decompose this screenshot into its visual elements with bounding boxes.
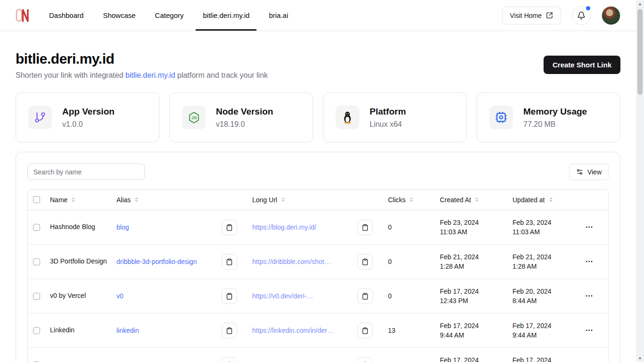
updated-at: Feb 17, 2024 9:44 AM (512, 355, 585, 362)
updated-at: Feb 21, 2024 1:28 AM (512, 252, 585, 272)
row-checkbox[interactable] (33, 224, 40, 231)
copy-url-button[interactable] (357, 254, 373, 270)
row-actions-button[interactable]: … (585, 255, 596, 268)
scrollbar-up-arrow[interactable]: ▲ (636, 0, 644, 8)
row-checkbox[interactable] (33, 327, 40, 334)
created-at: Feb 17, 2024 9:44 AM (440, 355, 512, 362)
external-link-icon (546, 12, 553, 19)
stat-title: Memory Usage (523, 107, 587, 117)
row-checkbox[interactable] (33, 258, 40, 265)
sort-chevrons-icon (281, 197, 286, 202)
row-actions-button[interactable]: … (585, 221, 596, 234)
alias-link[interactable]: v0 (116, 292, 124, 300)
nav-item-dashboard[interactable]: Dashboard (49, 0, 83, 31)
stat-card-node-version: JS Node Version v18.19.0 (169, 92, 313, 142)
visit-home-label: Visit Home (510, 12, 542, 19)
view-button-label: View (587, 168, 602, 176)
stat-value: v1.0.0 (62, 120, 115, 129)
copy-url-button[interactable] (357, 323, 373, 338)
clipboard-copy-icon (362, 258, 369, 265)
nav-item-category[interactable]: Category (155, 0, 184, 31)
link-name: Linkedin (50, 326, 116, 335)
stat-card-app-version: App Version v1.0.0 (16, 92, 159, 142)
clipboard-copy-icon (226, 224, 233, 231)
nodejs-icon: JS (182, 106, 206, 129)
clicks-count: 13 (388, 327, 440, 334)
subtitle-link[interactable]: bitlie.deri.my.id (125, 71, 175, 79)
created-at: Feb 21, 2024 1:28 AM (440, 252, 512, 272)
column-label: Name (50, 196, 67, 204)
top-nav: Dashboard Showcase Category bitlie.deri.… (0, 0, 636, 31)
link-name: Hashnode Blog (50, 222, 116, 232)
copy-url-button[interactable] (357, 288, 373, 304)
nav-item-bitlie[interactable]: bitlie.deri.my.id (203, 0, 249, 31)
stat-cards: App Version v1.0.0 JS Node Version v18.1… (16, 92, 620, 142)
long-url-link[interactable]: https://dribbble.com/shot… (252, 258, 331, 265)
row-actions-button[interactable]: … (585, 289, 596, 303)
table-row: v0 by Vercel v0 https://v0.dev/deri-… 0 … (28, 279, 608, 313)
long-url-link[interactable]: https://linkedin.com/in/der… (252, 327, 334, 334)
table-row: 3D Portfolio Design dribbble-3d-portfoli… (28, 245, 608, 279)
copy-alias-button[interactable] (222, 220, 237, 235)
linux-penguin-icon (336, 106, 359, 129)
sliders-icon (576, 168, 583, 175)
select-all-checkbox[interactable] (33, 196, 40, 203)
stat-value: v18.19.0 (216, 120, 273, 129)
column-header-alias[interactable]: Alias (116, 196, 222, 204)
column-label: Long Url (252, 196, 277, 204)
created-at: Feb 23, 2024 11:03 AM (440, 218, 512, 237)
table-toolbar: View (27, 164, 609, 180)
view-button[interactable]: View (569, 164, 609, 180)
search-input[interactable] (27, 164, 145, 180)
git-branch-icon (28, 106, 52, 129)
notification-dot (586, 6, 590, 10)
column-header-name[interactable]: Name (50, 196, 116, 204)
svg-text:JS: JS (191, 115, 197, 120)
clipboard-copy-icon (226, 258, 233, 265)
row-actions-button[interactable]: … (585, 324, 596, 337)
copy-alias-button[interactable] (222, 254, 237, 270)
links-table: Name Alias Long Url Clicks (27, 189, 609, 362)
column-header-updated-at[interactable]: Updated at (512, 196, 585, 204)
visit-home-button[interactable]: Visit Home (502, 7, 561, 25)
copy-url-button[interactable] (357, 357, 373, 362)
clicks-count: 0 (388, 292, 440, 300)
copy-alias-button[interactable] (222, 323, 237, 338)
stat-value: Linux x64 (370, 120, 406, 129)
stat-title: Node Version (216, 107, 273, 117)
updated-at: Feb 17, 2024 9:44 AM (512, 321, 585, 340)
nav-item-bria[interactable]: bria.ai (269, 0, 288, 31)
long-url-link[interactable]: https://blog.deri.my.id/ (252, 223, 316, 231)
scrollbar-thumb[interactable] (637, 9, 643, 95)
alias-link[interactable]: blog (116, 223, 129, 231)
column-label: Created At (440, 196, 471, 204)
stat-card-memory-usage: Memory Usage 77.20 MB (477, 92, 620, 142)
scrollbar-down-arrow[interactable]: ▼ (636, 354, 644, 362)
row-checkbox[interactable] (33, 293, 40, 300)
nav-item-showcase[interactable]: Showcase (103, 0, 135, 31)
column-header-clicks[interactable]: Clicks (388, 196, 440, 204)
copy-url-button[interactable] (357, 220, 373, 235)
table-row: Linkedin linkedin https://linkedin.com/i… (28, 313, 608, 348)
links-panel: View Name Alias Lon (16, 152, 620, 362)
brand-logo-icon[interactable] (16, 0, 30, 31)
column-header-created-at[interactable]: Created At (440, 196, 512, 204)
table-row: Hashnode Blog blog https://blog.deri.my.… (28, 210, 608, 245)
copy-alias-button[interactable] (222, 288, 237, 304)
vertical-scrollbar[interactable]: ▲ ▼ (636, 0, 644, 362)
link-name: v0 by Vercel (50, 291, 116, 301)
clipboard-copy-icon (226, 293, 233, 300)
alias-link[interactable]: linkedin (116, 327, 139, 334)
create-short-link-button[interactable]: Create Short Link (544, 56, 620, 74)
table-row: Dev To devto https://dev.to/deri… 0 Feb … (28, 348, 608, 362)
avatar[interactable] (602, 6, 620, 25)
stat-title: Platform (370, 107, 406, 117)
alias-link[interactable]: dribbble-3d-portfolio-design (116, 258, 197, 265)
column-header-long-url[interactable]: Long Url (252, 196, 357, 204)
stat-title: App Version (62, 107, 115, 117)
long-url-link[interactable]: https://v0.dev/deri-… (252, 292, 313, 300)
created-at: Feb 17, 2024 9:44 AM (440, 321, 512, 340)
copy-alias-button[interactable] (222, 357, 237, 362)
clipboard-copy-icon (362, 327, 369, 334)
row-actions-button[interactable]: … (585, 359, 596, 362)
